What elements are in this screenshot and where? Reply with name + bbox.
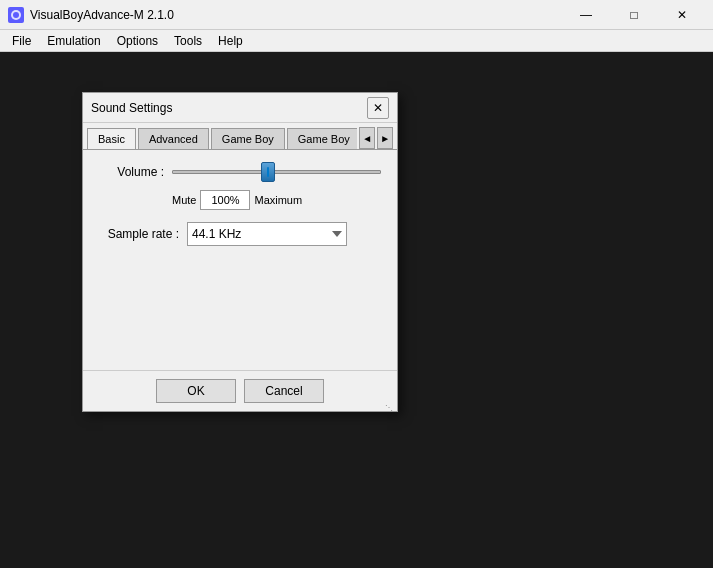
tab-gameboy2[interactable]: Game Boy (287, 128, 358, 149)
resize-handle[interactable]: ⋱ (385, 399, 397, 411)
sound-settings-dialog: Sound Settings ✕ Basic Advanced Game Boy… (82, 92, 398, 412)
minimize-button[interactable]: — (563, 0, 609, 30)
dialog-content: Volume : Mute 100% Maximum Sample rate : (83, 150, 397, 370)
tab-scroll-left[interactable]: ◄ (359, 127, 375, 149)
menu-file[interactable]: File (4, 32, 39, 50)
menu-bar: File Emulation Options Tools Help (0, 30, 713, 52)
ok-button[interactable]: OK (156, 379, 236, 403)
cancel-button[interactable]: Cancel (244, 379, 324, 403)
menu-emulation[interactable]: Emulation (39, 32, 108, 50)
sample-rate-select[interactable]: 11 KHz 22 KHz 44.1 KHz 48 KHz (187, 222, 347, 246)
tabs-scroll-area: Basic Advanced Game Boy Game Boy (87, 128, 357, 149)
app-title: VisualBoyAdvance-M 2.1.0 (30, 8, 563, 22)
dialog-footer: OK Cancel (83, 370, 397, 411)
dialog-close-button[interactable]: ✕ (367, 97, 389, 119)
tab-scroll-right[interactable]: ► (377, 127, 393, 149)
menu-tools[interactable]: Tools (166, 32, 210, 50)
app-title-bar: VisualBoyAdvance-M 2.1.0 — □ ✕ (0, 0, 713, 30)
main-area: Sound Settings ✕ Basic Advanced Game Boy… (0, 52, 713, 568)
volume-row: Volume : (99, 162, 381, 182)
maximize-button[interactable]: □ (611, 0, 657, 30)
dialog-title-bar: Sound Settings ✕ (83, 93, 397, 123)
volume-slider-container (172, 162, 381, 182)
dialog-title: Sound Settings (91, 101, 367, 115)
volume-value: 100% (200, 190, 250, 210)
volume-label: Volume : (99, 165, 164, 179)
tab-advanced[interactable]: Advanced (138, 128, 209, 149)
app-close-button[interactable]: ✕ (659, 0, 705, 30)
volume-slider-track[interactable] (172, 162, 381, 182)
menu-help[interactable]: Help (210, 32, 251, 50)
volume-values-row: Mute 100% Maximum (172, 190, 381, 210)
sample-rate-row: Sample rate : 11 KHz 22 KHz 44.1 KHz 48 … (99, 222, 381, 246)
svg-point-1 (13, 12, 19, 18)
menu-options[interactable]: Options (109, 32, 166, 50)
mute-label: Mute (172, 194, 196, 206)
volume-slider-thumb[interactable] (261, 162, 275, 182)
app-icon (8, 7, 24, 23)
tabs-container: Basic Advanced Game Boy Game Boy ◄ ► (83, 123, 397, 150)
tab-gameboy1[interactable]: Game Boy (211, 128, 285, 149)
tab-basic[interactable]: Basic (87, 128, 136, 149)
window-controls: — □ ✕ (563, 0, 705, 30)
slider-line (172, 170, 381, 174)
sample-rate-label: Sample rate : (99, 227, 179, 241)
maximum-label: Maximum (254, 194, 302, 206)
